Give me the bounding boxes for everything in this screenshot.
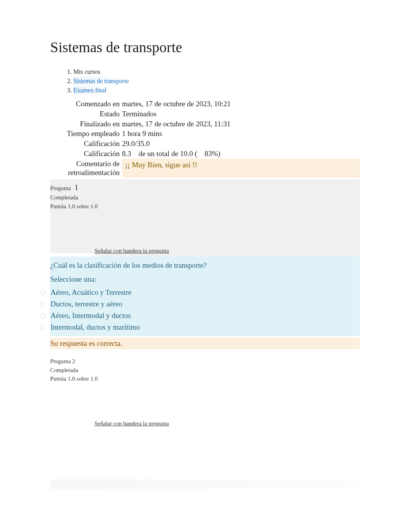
breadcrumb-item: Sistemas de transporte [73,76,360,86]
question-number: 1 [75,183,78,192]
answer-feedback: Su respuesta es correcta. [50,338,360,349]
answer-radio[interactable] [40,290,45,295]
breadcrumb: Mis cursos Sistemas de transporte Examen… [50,67,360,95]
question-2: Pregunta 2 Completada Puntúa 1.0 sobre 1… [50,351,360,429]
question-label: Pregunta [50,185,71,191]
summary-value-state: Terminados [122,109,360,119]
page-title: Sistemas de transporte [50,39,360,56]
answer-radio[interactable] [40,313,45,318]
summary-label-grade2: Calificación [50,149,122,159]
question-mark: Puntúa 1.0 sobre 1.0 [50,203,98,209]
answers: Aéreo, Acuático y Terrestre Ductos, terr… [50,287,360,336]
breadcrumb-link-exam[interactable]: Examen final [73,86,122,94]
answer-radio[interactable] [40,302,45,307]
summary-label-started: Comenzado en [50,99,122,109]
summary-value-finished: martes, 17 de octubre de 2023, 11:31 [122,119,360,129]
question-header: Pregunta 1 Completada Puntúa 1.0 sobre 1… [50,179,360,253]
answer-radio[interactable] [40,325,45,330]
flag-question-link[interactable]: Señalar con bandera la pregunta [95,419,360,429]
summary-value-started: martes, 17 de octubre de 2023, 10:21 [122,99,360,109]
question-prompt: Seleccione una: [50,275,360,287]
summary-label-grade1: Calificación [50,139,122,149]
flag-question-link[interactable]: Señalar con bandera la pregunta [95,246,360,257]
attempt-summary: Comenzado en martes, 17 de octubre de 20… [50,99,360,178]
question-1: Pregunta 1 Completada Puntúa 1.0 sobre 1… [50,179,360,349]
summary-label-finished: Finalizado en [50,119,122,129]
answer-option[interactable]: Ductos, terrestre y aéreo [50,298,360,310]
summary-label-time: Tiempo empleado [50,129,122,139]
summary-value-feedback: ¡¡ Muy Bien, sigue así !! [122,159,360,178]
breadcrumb-label: Mis cursos [73,68,100,75]
question-label: Pregunta [50,358,71,364]
breadcrumb-item: Mis cursos [73,67,360,76]
breadcrumb-link-course[interactable]: Sistemas de transporte [73,77,144,85]
summary-value-time: 1 hora 9 mins [122,129,360,139]
question-text: ¿Cuál es la clasificación de los medios … [50,261,360,275]
answer-option[interactable]: Aéreo, Intermodal y ductos [50,310,360,321]
question-mark: Puntúa 1.0 sobre 1.0 [50,376,98,382]
summary-value-grade1: 29.0/35.0 [122,139,360,149]
question-status: Completada [50,194,78,201]
question-number: 2 [72,358,75,364]
question-header: Pregunta 2 Completada Puntúa 1.0 sobre 1… [50,351,360,426]
summary-label-feedback: Comentario de retroalimentación [50,159,122,178]
question-body: ¿Cuál es la clasificación de los medios … [50,257,360,336]
answer-label[interactable]: Aéreo, Acuático y Terrestre [51,288,131,297]
question-status: Completada [50,367,78,373]
breadcrumb-item: Examen final [73,86,360,95]
answer-label[interactable]: Ductos, terrestre y aéreo [51,300,122,308]
summary-value-grade2: 8.3 de un total de 10.0 ( 83%) [122,149,360,159]
answer-option[interactable]: Aéreo, Acuático y Terrestre [50,287,360,298]
answer-label[interactable]: Aéreo, Intermodal y ductos [51,311,131,320]
summary-label-state: Estado [50,109,122,119]
page-blur [50,479,360,489]
answer-label[interactable]: Intermodal, ductos y marítimo [51,323,140,331]
answer-option[interactable]: Intermodal, ductos y marítimo [50,321,360,333]
